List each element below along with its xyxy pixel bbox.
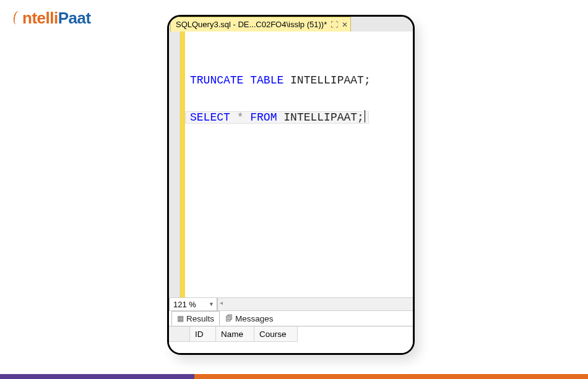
blank-line [190, 93, 197, 105]
close-icon[interactable]: ✕ [342, 20, 348, 29]
identifier: INTELLIPAAT [290, 74, 364, 87]
keyword: TABLE [250, 74, 283, 87]
identifier: INTELLIPAAT [283, 111, 357, 124]
document-tab-bar: SQLQuery3.sql - DE...C02FO4\isslp (51))*… [169, 17, 413, 32]
tab-messages[interactable]: 🗐 Messages [220, 311, 279, 326]
ssms-query-window: SQLQuery3.sql - DE...C02FO4\isslp (51))*… [167, 15, 415, 355]
pin-icon[interactable]: ⛶ [331, 20, 338, 29]
results-grid-header: ID Name Course [169, 326, 413, 342]
tab-messages-label: Messages [235, 314, 274, 323]
column-header-id[interactable]: ID [190, 326, 216, 342]
keyword: SELECT [190, 111, 230, 124]
operator: * [237, 111, 244, 124]
logo-text-1: ntelli [22, 9, 58, 27]
results-grid-body[interactable] [169, 342, 413, 353]
keyword: TRUNCATE [190, 74, 243, 87]
chevron-down-icon: ▼ [209, 301, 214, 307]
document-tab-title: SQLQuery3.sql - DE...C02FO4\isslp (51))* [176, 20, 327, 29]
zoom-bar: 121 % ▼ [169, 297, 413, 311]
blank-line [190, 56, 197, 69]
row-number-header[interactable] [169, 326, 190, 342]
logo-swoosh-icon [12, 10, 22, 26]
tab-results[interactable]: ▦ Results [171, 311, 220, 326]
text-cursor [365, 110, 365, 122]
tab-results-label: Results [186, 314, 214, 323]
keyword: FROM [250, 111, 277, 124]
zoom-value: 121 % [173, 300, 196, 309]
document-tab[interactable]: SQLQuery3.sql - DE...C02FO4\isslp (51))*… [170, 17, 351, 32]
intellipaat-logo: ntelliPaat [12, 9, 91, 28]
horizontal-scrollbar[interactable] [217, 298, 413, 310]
grid-icon: ▦ [177, 314, 184, 323]
column-header-name[interactable]: Name [216, 326, 254, 342]
results-tab-bar: ▦ Results 🗐 Messages [169, 311, 413, 326]
editor-margin [169, 32, 180, 297]
messages-icon: 🗐 [225, 314, 233, 323]
punct: ; [364, 74, 371, 87]
code-editor[interactable]: TRUNCATE TABLE INTELLIPAAT; SELECT * FRO… [169, 32, 413, 297]
punct: ; [357, 111, 364, 124]
logo-text-2: Paat [58, 9, 91, 27]
brand-footer-stripe [0, 374, 588, 379]
code-text[interactable]: TRUNCATE TABLE INTELLIPAAT; SELECT * FRO… [185, 32, 413, 297]
column-header-course[interactable]: Course [254, 326, 298, 342]
zoom-dropdown[interactable]: 121 % ▼ [169, 298, 217, 310]
change-indicator [180, 32, 185, 297]
